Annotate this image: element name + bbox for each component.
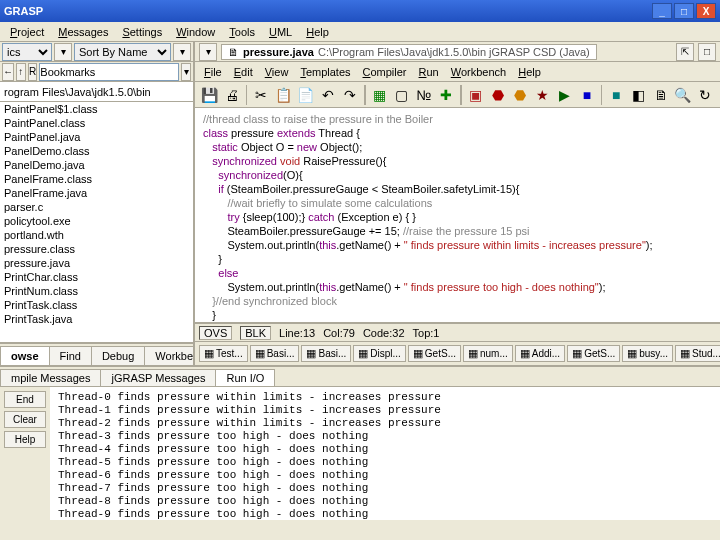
workbench-btn[interactable]: ▦busy... [622, 345, 673, 362]
msg-tab-1[interactable]: jGRASP Messages [100, 369, 216, 386]
run-args-icon[interactable]: ⬣ [509, 84, 530, 106]
file-item[interactable]: PanelDemo.java [0, 158, 193, 172]
workbench-btn[interactable]: ▦num... [463, 345, 513, 362]
minimize-button[interactable]: _ [652, 3, 672, 19]
doc-menu-icon[interactable]: ▾ [199, 43, 217, 61]
menu-project[interactable]: Project [4, 24, 50, 40]
file-item[interactable]: PrintTask.class [0, 298, 193, 312]
left-tab-find[interactable]: Find [49, 346, 92, 365]
sort-dropdown[interactable]: Sort By Name [74, 43, 171, 61]
workbench-btn[interactable]: ▦Basi... [301, 345, 351, 362]
workbench-btn[interactable]: ▦Test... [199, 345, 248, 362]
msg-tab-2[interactable]: Run I/O [215, 369, 275, 386]
workbench-btn[interactable]: ▦Basi... [250, 345, 300, 362]
document-path: C:\Program Files\Java\jdk1.5.0\bin jGRAS… [318, 46, 590, 58]
left-tab-owse[interactable]: owse [0, 346, 50, 365]
redo-icon[interactable]: ↷ [340, 84, 361, 106]
tool-icon: ▦ [468, 347, 478, 360]
editor-menu-templates[interactable]: Templates [295, 64, 355, 80]
bookmarks-field[interactable] [39, 63, 179, 81]
file-item[interactable]: pressure.class [0, 242, 193, 256]
editor-menu-file[interactable]: File [199, 64, 227, 80]
nav-up-icon[interactable]: ↑ [16, 63, 26, 81]
doc-close-icon[interactable]: □ [698, 43, 716, 61]
cut-icon[interactable]: ✂ [250, 84, 271, 106]
file-item[interactable]: PaintPanel$1.class [0, 102, 193, 116]
workbench-btn[interactable]: ▦Stud... [675, 345, 720, 362]
dropdown-arrow-icon[interactable]: ▾ [173, 43, 191, 61]
save-icon[interactable]: 💾 [199, 84, 220, 106]
tool-icon: ▦ [627, 347, 637, 360]
compile-icon[interactable]: ▣ [465, 84, 486, 106]
doc-icon[interactable]: 🗎 [650, 84, 671, 106]
editor-menu-workbench[interactable]: Workbench [446, 64, 511, 80]
editor-menu-compiler[interactable]: Compiler [358, 64, 412, 80]
compile-plus-icon[interactable]: ✚ [436, 84, 457, 106]
editor-menu-edit[interactable]: Edit [229, 64, 258, 80]
tool-icon: ▦ [680, 347, 690, 360]
file-item[interactable]: PanelFrame.class [0, 172, 193, 186]
nav-back-icon[interactable]: ← [2, 63, 14, 81]
left-tab-workbench[interactable]: Workbench [144, 346, 195, 365]
dropdown-arrow-icon[interactable]: ▾ [181, 63, 191, 81]
document-tab[interactable]: 🗎 pressure.java C:\Program Files\Java\jd… [221, 44, 597, 60]
file-item[interactable]: PrintNum.class [0, 284, 193, 298]
maximize-button[interactable]: □ [674, 3, 694, 19]
editor-menu-help[interactable]: Help [513, 64, 546, 80]
undo-icon[interactable]: ↶ [317, 84, 338, 106]
debug-step-icon[interactable]: ▶ [554, 84, 575, 106]
debug-icon[interactable]: ★ [532, 84, 553, 106]
main-menubar: ProjectMessagesSettingsWindowToolsUMLHel… [0, 22, 720, 42]
find-icon[interactable]: 🔍 [672, 84, 693, 106]
left-tab-debug[interactable]: Debug [91, 346, 145, 365]
menu-messages[interactable]: Messages [52, 24, 114, 40]
file-item[interactable]: pressure.java [0, 256, 193, 270]
run-io-console[interactable]: Thread-0 finds pressure within limits - … [50, 387, 720, 520]
paste-icon[interactable]: 📄 [295, 84, 316, 106]
class-filter-dropdown[interactable]: ics [2, 43, 52, 61]
code-editor[interactable]: //thread class to raise the pressure in … [195, 108, 720, 323]
close-button[interactable]: X [696, 3, 716, 19]
msg-btn-end[interactable]: End [4, 391, 46, 408]
file-item[interactable]: PanelDemo.class [0, 144, 193, 158]
copy-icon[interactable]: 📋 [273, 84, 294, 106]
print-icon[interactable]: 🖨 [221, 84, 242, 106]
interact-icon[interactable]: ◧ [628, 84, 649, 106]
workbench-btn[interactable]: ▦GetS... [567, 345, 620, 362]
file-item[interactable]: parser.c [0, 200, 193, 214]
run-icon[interactable]: ⬣ [487, 84, 508, 106]
workbench-btn[interactable]: ▦GetS... [408, 345, 461, 362]
workbench-tool-row: ▦Test...▦Basi...▦Basi...▦Displ...▦GetS..… [195, 341, 720, 365]
csd-gen-icon[interactable]: ▦ [369, 84, 390, 106]
msg-tab-0[interactable]: mpile Messages [0, 369, 101, 386]
menu-settings[interactable]: Settings [116, 24, 168, 40]
file-item[interactable]: policytool.exe [0, 214, 193, 228]
file-item[interactable]: PaintPanel.java [0, 130, 193, 144]
number-icon[interactable]: № [413, 84, 434, 106]
menu-tools[interactable]: Tools [223, 24, 261, 40]
file-item[interactable]: PrintTask.java [0, 312, 193, 326]
dropdown-arrow-icon[interactable]: ▾ [54, 43, 72, 61]
menu-uml[interactable]: UML [263, 24, 298, 40]
csd-remove-icon[interactable]: ▢ [391, 84, 412, 106]
msg-btn-clear[interactable]: Clear [4, 411, 46, 428]
msg-btn-help[interactable]: Help [4, 431, 46, 448]
menu-help[interactable]: Help [300, 24, 335, 40]
message-tabs: mpile MessagesjGRASP MessagesRun I/O [0, 367, 720, 387]
brk-toggle-icon[interactable]: ■ [576, 84, 597, 106]
file-item[interactable]: PaintPanel.class [0, 116, 193, 130]
file-item[interactable]: PrintChar.class [0, 270, 193, 284]
status-code: Code:32 [363, 327, 405, 339]
workbench-btn[interactable]: ▦Addi... [515, 345, 565, 362]
doc-detach-icon[interactable]: ⇱ [676, 43, 694, 61]
editor-menu-run[interactable]: Run [414, 64, 444, 80]
editor-menu-view[interactable]: View [260, 64, 294, 80]
status-top: Top:1 [413, 327, 440, 339]
menu-window[interactable]: Window [170, 24, 221, 40]
file-item[interactable]: PanelFrame.java [0, 186, 193, 200]
workbench-btn[interactable]: ▦Displ... [353, 345, 406, 362]
brk-clear-icon[interactable]: ■ [605, 84, 626, 106]
file-item[interactable]: portland.wth [0, 228, 193, 242]
sync-icon[interactable]: ↻ [695, 84, 716, 106]
refresh-icon[interactable]: R [28, 63, 38, 81]
